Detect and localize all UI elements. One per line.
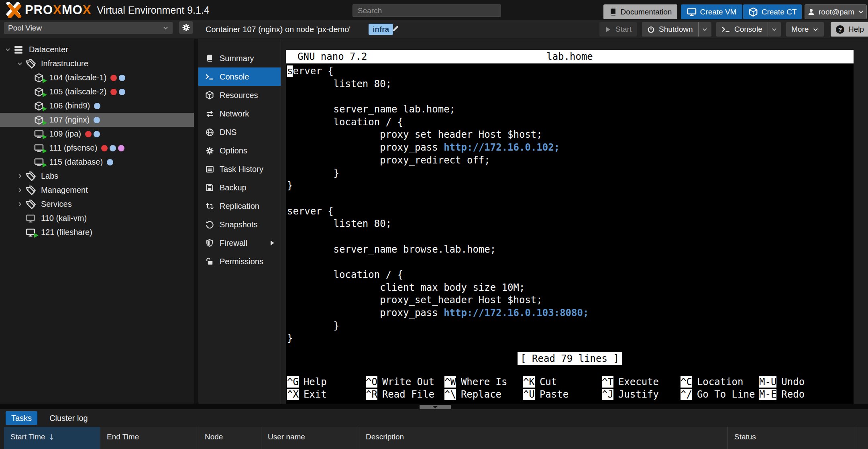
nav-item-options[interactable]: Options	[198, 141, 281, 160]
tree-item-121-fileshare[interactable]: 121 (fileshare)	[0, 225, 194, 239]
shortcut-label: Write Out	[382, 376, 434, 388]
nav-item-console[interactable]: Console	[198, 67, 281, 86]
terminal-line: server {	[287, 65, 854, 78]
tree-item-111-pfsense[interactable]: 111 (pfsense)	[0, 141, 194, 155]
column-header-status[interactable]: Status	[727, 427, 857, 449]
shortcut-label: Where Is	[461, 376, 507, 388]
tag-dot-red	[85, 131, 92, 137]
pencil-icon[interactable]	[392, 25, 399, 32]
lxc-cube-icon	[34, 115, 46, 125]
documentation-label: Documentation	[621, 8, 672, 16]
tree-item-management[interactable]: Management	[0, 183, 194, 197]
nano-shortcut: M-ERedo	[759, 388, 838, 401]
nav-item-label: Network	[220, 109, 249, 118]
tree-item-109-ipa[interactable]: 109 (ipa)	[0, 127, 194, 141]
nav-item-summary[interactable]: Summary	[198, 49, 281, 67]
column-header-start-time[interactable]: Start Time↓	[4, 427, 100, 449]
shortcut-key: ^G	[287, 376, 299, 388]
column-header-node[interactable]: Node	[198, 427, 261, 449]
tab-cluster-log[interactable]: Cluster log	[44, 411, 94, 425]
nav-item-replication[interactable]: Replication	[198, 197, 281, 215]
tree-item-infrastructure[interactable]: Infrastructure	[0, 57, 194, 71]
expander-chevron-right-icon[interactable]	[17, 173, 26, 179]
shortcut-key: ^U	[523, 389, 535, 400]
nav-item-firewall[interactable]: Firewall	[198, 234, 281, 252]
tag-dots	[110, 89, 125, 95]
tree-item-label: Labs	[41, 171, 58, 181]
shortcut-label: Undo	[781, 376, 805, 388]
tree-item-115-database[interactable]: 115 (database)	[0, 155, 194, 169]
nano-filename: lab.home	[286, 50, 854, 63]
running-play-icon	[43, 149, 47, 153]
search-input[interactable]	[352, 4, 501, 17]
expander-chevron-right-icon[interactable]	[17, 187, 26, 193]
running-play-icon	[43, 135, 47, 139]
nav-item-resources[interactable]: Resources	[198, 86, 281, 104]
user-menu-button[interactable]: root@pam	[805, 4, 867, 19]
collapse-handle[interactable]	[420, 405, 451, 409]
tag-dots	[110, 75, 125, 81]
nav-item-label: Options	[220, 146, 247, 155]
documentation-button[interactable]: Documentation	[603, 4, 677, 19]
task-panel: TasksCluster log Start Time↓End TimeNode…	[0, 409, 868, 449]
tree-item-104-tailscale-1[interactable]: 104 (tailscale-1)	[0, 71, 194, 85]
nano-shortcut: ^XExit	[287, 388, 366, 401]
running-play-icon	[43, 120, 47, 125]
nano-shortcut-row: ^GHelp^OWrite Out^WWhere Is^KCut^TExecut…	[287, 376, 854, 389]
tree-item-labs[interactable]: Labs	[0, 169, 194, 183]
column-header-fill	[857, 427, 868, 449]
column-header-end-time[interactable]: End Time	[100, 427, 198, 449]
nav-item-network[interactable]: Network	[198, 104, 281, 123]
cube-icon	[205, 90, 214, 100]
nav-item-backup[interactable]: Backup	[198, 178, 281, 197]
running-play-icon	[43, 106, 47, 111]
tree-item-datacenter[interactable]: Datacenter	[0, 43, 194, 57]
sidebar-config-button[interactable]	[179, 21, 193, 34]
running-play-icon	[43, 163, 47, 167]
lxc-cube-icon	[34, 73, 46, 83]
shortcut-key: M-E	[759, 389, 776, 400]
console-screen[interactable]: GNU nano 7.2 lab.home server { listen 80…	[286, 50, 854, 404]
wordmark-segment: X	[83, 3, 92, 17]
column-label: Node	[205, 433, 223, 441]
tree-item-services[interactable]: Services	[0, 197, 194, 211]
help-button[interactable]: ? Help	[831, 22, 868, 37]
tree-item-106-bind9[interactable]: 106 (bind9)	[0, 99, 194, 113]
tree-item-label: 121 (fileshare)	[41, 228, 92, 237]
tab-tasks[interactable]: Tasks	[6, 411, 37, 425]
create-vm-label: Create VM	[700, 8, 737, 16]
guest-nav: SummaryConsoleResourcesNetworkDNSOptions…	[198, 39, 281, 404]
tree-item-107-nginx[interactable]: 107 (nginx)	[0, 113, 194, 127]
shortcut-label: Help	[304, 376, 327, 388]
column-label: Start Time	[10, 433, 45, 441]
shortcut-label: Read File	[382, 389, 434, 400]
create-vm-button[interactable]: Create VM	[681, 4, 742, 19]
shortcut-key: ^/	[681, 389, 692, 400]
console-button[interactable]: Console	[716, 22, 781, 37]
console-menu-caret[interactable]	[768, 22, 781, 37]
nav-item-permissions[interactable]: Permissions	[198, 252, 281, 271]
view-selector[interactable]: Pool View	[4, 22, 173, 34]
column-header-description[interactable]: Description	[359, 427, 727, 449]
tree-item-105-tailscale-2[interactable]: 105 (tailscale-2)	[0, 85, 194, 99]
tree-item-label: 109 (ipa)	[49, 129, 81, 139]
expander-chevron-down-icon[interactable]	[5, 47, 14, 53]
top-header: PROXMOX Virtual Environment 9.1.4 Docume…	[0, 0, 868, 20]
floppy-icon	[205, 184, 214, 192]
expander-chevron-down-icon[interactable]	[17, 61, 26, 67]
tree-item-110-kali-vm[interactable]: 110 (kali-vm)	[0, 211, 194, 225]
create-ct-button[interactable]: Create CT	[743, 4, 802, 19]
terminal-line: proxy_redirect off;	[287, 155, 854, 167]
terminal-line: server_name browse.lab.home;	[287, 244, 854, 257]
nav-item-dns[interactable]: DNS	[198, 123, 281, 141]
more-button[interactable]: More	[786, 22, 824, 37]
column-header-user-name[interactable]: User name	[261, 427, 359, 449]
shutdown-menu-caret[interactable]	[698, 22, 711, 37]
nav-item-snapshots[interactable]: Snapshots	[198, 215, 281, 234]
nav-item-task-history[interactable]: Task History	[198, 160, 281, 178]
shutdown-button[interactable]: Shutdown	[642, 22, 711, 37]
terminal-line: location / {	[287, 116, 854, 129]
proxmox-wordmark: PROXMOX	[25, 3, 92, 17]
expander-chevron-right-icon[interactable]	[17, 201, 26, 207]
column-label: Status	[734, 433, 756, 441]
